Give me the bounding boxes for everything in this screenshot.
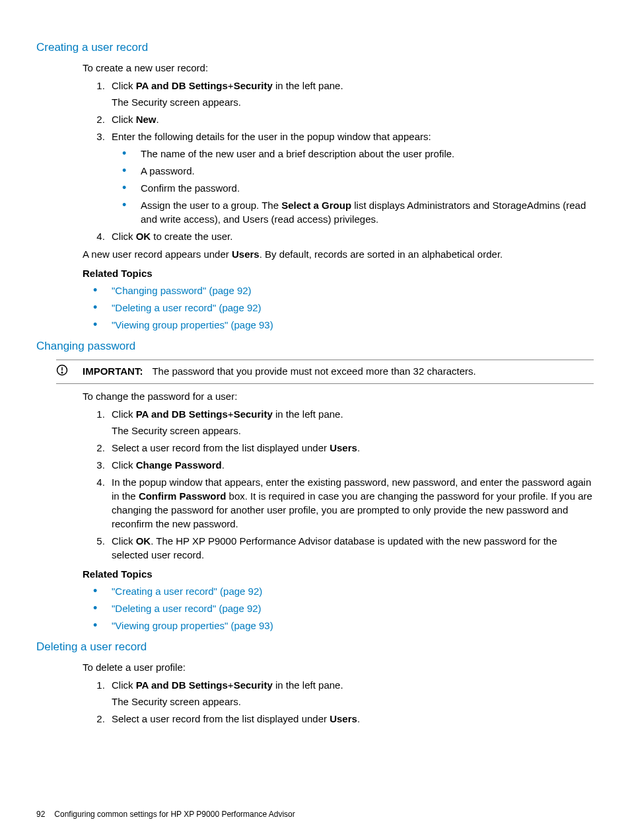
bold-text: New <box>136 114 157 125</box>
step-list: Click PA and DB Settings+Security in the… <box>83 407 594 562</box>
important-note: IMPORTANT:The password that you provide … <box>56 360 594 385</box>
bold-text: Users <box>232 248 260 260</box>
text: Click <box>112 408 136 420</box>
text: in the left pane. <box>273 80 343 91</box>
text: Select a user record from the list displ… <box>112 442 330 453</box>
bold-text: PA and DB Settings <box>136 80 228 91</box>
step-item: Select a user record from the list displ… <box>108 712 594 726</box>
link-changing-password[interactable]: "Changing password" (page 92) <box>112 285 252 296</box>
text: + <box>228 679 234 691</box>
step-item: Select a user record from the list displ… <box>108 441 594 455</box>
related-link-item: "Changing password" (page 92) <box>108 284 594 297</box>
text: + <box>228 408 234 420</box>
text: Click <box>112 535 136 547</box>
important-label: IMPORTANT: <box>83 365 143 377</box>
related-link-item: "Deleting a user record" (page 92) <box>108 601 594 615</box>
bold-text: Users <box>330 713 357 724</box>
step-item: Click PA and DB Settings+Security in the… <box>108 678 594 708</box>
related-link-item: "Deleting a user record" (page 92) <box>108 301 594 315</box>
step-item: Click PA and DB Settings+Security in the… <box>108 407 594 438</box>
text: + <box>228 80 234 91</box>
text: A new user record appears under <box>83 248 232 260</box>
step-list: Click PA and DB Settings+Security in the… <box>83 79 594 243</box>
related-link-item: "Viewing group properties" (page 93) <box>108 619 594 632</box>
intro-text: To change the password for a user: <box>83 389 594 403</box>
result-text: A new user record appears under Users. B… <box>83 247 594 261</box>
text: Assign the user to a group. The <box>141 200 281 211</box>
heading-creating-user-record: Creating a user record <box>36 40 594 56</box>
related-topics-heading: Related Topics <box>83 266 594 280</box>
step-list: Click PA and DB Settings+Security in the… <box>83 678 594 726</box>
bold-text: Users <box>330 442 357 453</box>
text: in the left pane. <box>273 679 343 691</box>
section-2-content: To change the password for a user: Click… <box>83 389 594 632</box>
bullet-item: Confirm the password. <box>137 181 594 195</box>
bold-text: Select a Group <box>281 200 351 211</box>
heading-deleting-user-record: Deleting a user record <box>36 639 594 655</box>
text: Enter the following details for the user… <box>112 131 431 142</box>
bold-text: Security <box>234 80 273 91</box>
bullet-item: A password. <box>137 164 594 178</box>
link-viewing-group-properties[interactable]: "Viewing group properties" (page 93) <box>112 620 273 631</box>
related-link-item: "Creating a user record" (page 92) <box>108 584 594 598</box>
step-item: Click OK to create the user. <box>108 229 594 243</box>
step-item: Click Change Password. <box>108 458 594 472</box>
text: Click <box>112 459 136 471</box>
bold-text: PA and DB Settings <box>136 408 228 420</box>
link-creating-user-record[interactable]: "Creating a user record" (page 92) <box>112 586 262 597</box>
text: . The HP XP P9000 Performance Advisor da… <box>112 535 557 560</box>
bold-text: PA and DB Settings <box>136 679 228 691</box>
step-item: In the popup window that appears, enter … <box>108 475 594 531</box>
text: . <box>222 459 225 471</box>
intro-text: To delete a user profile: <box>83 660 594 674</box>
step-item: Click PA and DB Settings+Security in the… <box>108 79 594 109</box>
link-deleting-user-record[interactable]: "Deleting a user record" (page 92) <box>112 302 262 313</box>
bold-text: OK <box>136 231 151 242</box>
step-note: The Security screen appears. <box>112 695 594 708</box>
text: . <box>357 442 360 453</box>
related-topics-heading: Related Topics <box>83 567 594 581</box>
section-3-content: To delete a user profile: Click PA and D… <box>83 660 594 726</box>
step-note: The Security screen appears. <box>112 95 594 109</box>
text: . <box>357 713 360 724</box>
bullet-item: The name of the new user and a brief des… <box>137 147 594 161</box>
text: Select a user record from the list displ… <box>112 713 330 724</box>
text: . <box>157 114 159 125</box>
step-item: Click OK. The HP XP P9000 Performance Ad… <box>108 534 594 562</box>
text: The password that you provide must not e… <box>152 365 475 377</box>
heading-changing-password: Changing password <box>36 338 594 354</box>
step-item: Click New. <box>108 112 594 126</box>
text: Click <box>112 80 136 91</box>
step-note: The Security screen appears. <box>112 424 594 438</box>
bold-text: Change Password <box>136 459 222 471</box>
text: . By default, records are sorted in an a… <box>260 248 503 260</box>
bullet-item: Assign the user to a group. The Select a… <box>137 198 594 226</box>
important-text: IMPORTANT:The password that you provide … <box>83 364 594 378</box>
bold-text: Security <box>234 408 273 420</box>
related-link-item: "Viewing group properties" (page 93) <box>108 318 594 332</box>
link-deleting-user-record[interactable]: "Deleting a user record" (page 92) <box>112 603 262 614</box>
text: to create the user. <box>151 231 232 242</box>
text: Click <box>112 231 136 242</box>
related-links-list: "Changing password" (page 92) "Deleting … <box>83 284 594 332</box>
svg-point-2 <box>61 372 63 373</box>
bold-text: Confirm Password <box>139 490 227 502</box>
intro-text: To create a new user record: <box>83 61 594 75</box>
bold-text: OK <box>136 535 151 547</box>
text: Click <box>112 114 136 125</box>
text: in the left pane. <box>273 408 343 420</box>
link-viewing-group-properties[interactable]: "Viewing group properties" (page 93) <box>112 319 273 330</box>
section-1-content: To create a new user record: Click PA an… <box>83 61 594 332</box>
important-icon <box>56 364 83 380</box>
step-item: Enter the following details for the user… <box>108 130 594 226</box>
bold-text: Security <box>234 679 273 691</box>
sub-bullet-list: The name of the new user and a brief des… <box>112 147 594 226</box>
related-links-list: "Creating a user record" (page 92) "Dele… <box>83 584 594 632</box>
text: Click <box>112 679 136 691</box>
